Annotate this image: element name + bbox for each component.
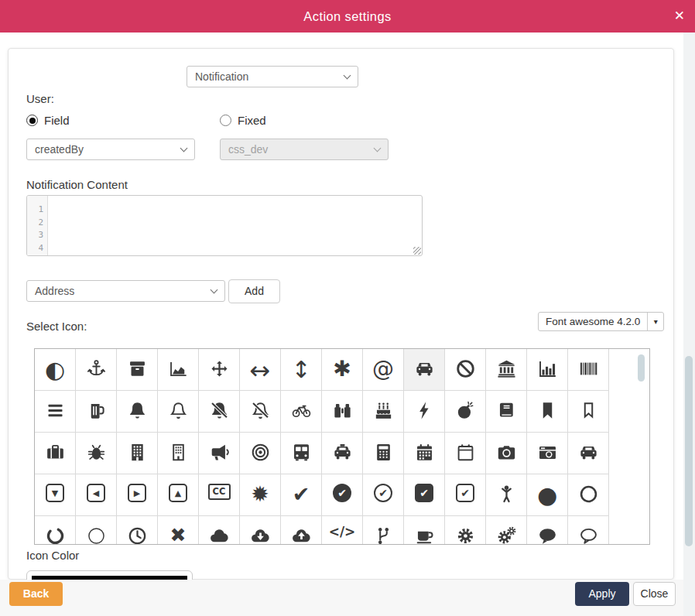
editor-text-area[interactable] xyxy=(48,196,422,255)
clock-o-icon[interactable] xyxy=(117,516,158,545)
automobile-icon[interactable] xyxy=(404,349,445,391)
comment-icon[interactable] xyxy=(527,516,568,545)
bell-slash-o-icon[interactable] xyxy=(240,391,281,433)
birthday-cake-icon[interactable] xyxy=(363,391,404,433)
notification-content-label: Notification Content xyxy=(26,178,128,191)
check-square-icon[interactable]: ✔ xyxy=(404,474,445,516)
camera-retro-icon[interactable] xyxy=(527,433,568,474)
ban-icon[interactable] xyxy=(445,349,486,391)
radio-option-fixed[interactable]: Fixed xyxy=(220,114,266,127)
bullseye-icon[interactable] xyxy=(240,433,281,474)
check-icon[interactable]: ✔ xyxy=(281,474,322,516)
bomb-icon[interactable] xyxy=(445,391,486,433)
resize-handle-icon[interactable] xyxy=(413,247,421,255)
bell-icon[interactable] xyxy=(117,391,158,433)
calculator-icon[interactable] xyxy=(363,433,404,474)
radio-field-label: Field xyxy=(44,114,70,127)
caret-square-o-up-icon[interactable]: ▲ xyxy=(158,474,199,516)
book-icon[interactable] xyxy=(486,391,527,433)
bar-chart-icon[interactable] xyxy=(527,349,568,391)
select-icon-label: Select Icon: xyxy=(26,320,87,333)
building-icon[interactable] xyxy=(117,433,158,474)
beer-icon[interactable] xyxy=(76,391,117,433)
bolt-icon[interactable] xyxy=(404,391,445,433)
icon-grid-scrollarea[interactable] xyxy=(609,349,649,544)
action-type-select[interactable]: Notification xyxy=(187,66,358,87)
user-fixed-select: css_dev xyxy=(220,139,389,160)
comment-o-icon[interactable] xyxy=(568,516,609,545)
briefcase-icon[interactable] xyxy=(35,433,76,474)
area-chart-icon[interactable] xyxy=(158,349,199,391)
caret-square-o-right-icon[interactable]: ▶ xyxy=(117,474,158,516)
icon-grid-scrollbar-thumb[interactable] xyxy=(638,354,645,382)
cloud-icon[interactable] xyxy=(199,516,240,545)
camera-icon[interactable] xyxy=(486,433,527,474)
cloud-download-icon[interactable] xyxy=(240,516,281,545)
caret-down-icon: ▾ xyxy=(647,313,663,330)
caret-square-o-down-icon[interactable]: ▼ xyxy=(35,474,76,516)
circle-o-notch-icon[interactable] xyxy=(35,516,76,545)
check-circle-icon[interactable]: ✔ xyxy=(322,474,363,516)
back-button[interactable]: Back xyxy=(9,582,63,606)
check-circle-o-icon[interactable]: ✔ xyxy=(363,474,404,516)
adjust-icon[interactable]: ◐ xyxy=(35,349,76,391)
check-square-o-icon[interactable]: ✔ xyxy=(445,474,486,516)
barcode-icon[interactable] xyxy=(568,349,609,391)
calendar-icon[interactable] xyxy=(404,433,445,474)
close-button[interactable]: Close xyxy=(633,582,676,606)
page-scrollbar-thumb[interactable] xyxy=(685,356,693,546)
bars-icon[interactable] xyxy=(35,391,76,433)
apply-button[interactable]: Apply xyxy=(575,582,629,606)
page-scrollbar[interactable] xyxy=(683,33,695,616)
calendar-o-icon[interactable] xyxy=(445,433,486,474)
icon-grid: ◐↔↕✱@▼◀▶▲CC✹✔✔✔✔✔●✖</> xyxy=(34,348,650,545)
bank-icon[interactable] xyxy=(486,349,527,391)
bus-icon[interactable] xyxy=(281,433,322,474)
user-fixed-value: css_dev xyxy=(221,139,388,159)
cogs-icon[interactable] xyxy=(486,516,527,545)
radio-fixed[interactable] xyxy=(220,115,231,126)
child-icon[interactable] xyxy=(486,474,527,516)
bookmark-icon[interactable] xyxy=(527,391,568,433)
code-icon[interactable]: </> xyxy=(322,516,363,545)
code-fork-icon[interactable] xyxy=(363,516,404,545)
asterisk-icon[interactable]: ✱ xyxy=(322,349,363,391)
binoculars-icon[interactable] xyxy=(322,391,363,433)
car-icon[interactable] xyxy=(568,433,609,474)
close-icon[interactable]: ✕ xyxy=(674,0,685,33)
cab-icon[interactable] xyxy=(322,433,363,474)
arrows-v-icon[interactable]: ↕ xyxy=(281,349,322,391)
circle-icon[interactable]: ● xyxy=(527,474,568,516)
building-o-icon[interactable] xyxy=(158,433,199,474)
arrows-h-icon[interactable]: ↔ xyxy=(240,349,281,391)
user-field-select[interactable]: createdBy xyxy=(26,139,195,160)
circle-thin-icon[interactable] xyxy=(76,516,117,545)
icon-grid-table: ◐↔↕✱@▼◀▶▲CC✹✔✔✔✔✔●✖</> xyxy=(35,349,609,544)
add-button[interactable]: Add xyxy=(228,279,280,303)
bug-icon[interactable] xyxy=(76,433,117,474)
caret-square-o-left-icon[interactable]: ◀ xyxy=(76,474,117,516)
arrows-icon[interactable] xyxy=(199,349,240,391)
coffee-icon[interactable] xyxy=(404,516,445,545)
user-label: User: xyxy=(26,92,54,105)
radio-field[interactable] xyxy=(26,115,38,126)
iconset-dropdown-button[interactable]: Font awesome 4.2.0 ▾ xyxy=(538,312,664,331)
certificate-icon[interactable]: ✹ xyxy=(240,474,281,516)
notification-content-editor[interactable]: 1234 xyxy=(26,195,423,256)
user-field-value: createdBy xyxy=(27,139,194,159)
cc-icon[interactable]: CC xyxy=(199,474,240,516)
radio-option-field[interactable]: Field xyxy=(26,114,70,127)
circle-o-icon[interactable] xyxy=(568,474,609,516)
bookmark-o-icon[interactable] xyxy=(568,391,609,433)
cloud-upload-icon[interactable] xyxy=(281,516,322,545)
field-adder-select[interactable]: Address xyxy=(26,280,225,302)
cog-icon[interactable] xyxy=(445,516,486,545)
at-icon[interactable]: @ xyxy=(363,349,404,391)
anchor-icon[interactable] xyxy=(76,349,117,391)
archive-icon[interactable] xyxy=(117,349,158,391)
bell-slash-icon[interactable] xyxy=(199,391,240,433)
bicycle-icon[interactable] xyxy=(281,391,322,433)
close-icon[interactable]: ✖ xyxy=(158,516,199,545)
bell-o-icon[interactable] xyxy=(158,391,199,433)
bullhorn-icon[interactable] xyxy=(199,433,240,474)
